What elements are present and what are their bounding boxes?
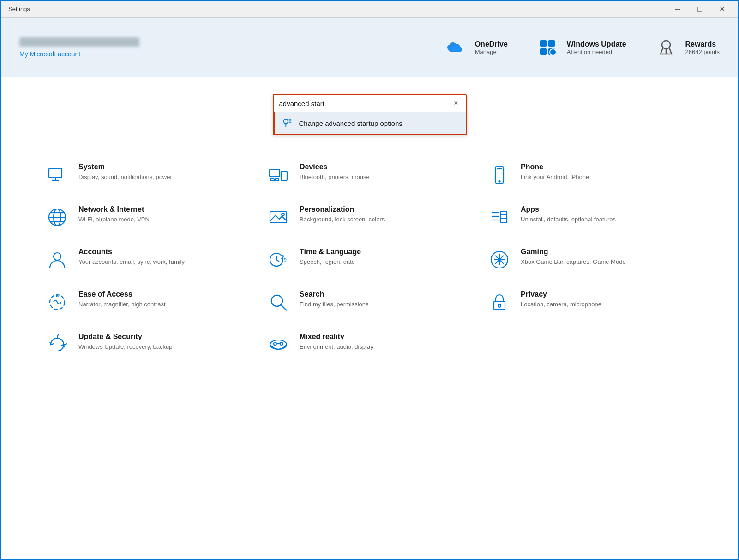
settings-item-time[interactable]: A 文 Time & Language Speech, region, date	[259, 238, 480, 281]
windows-update-widget[interactable]: Windows Update Attention needed	[535, 36, 626, 60]
rewards-points: 26642 points	[685, 48, 720, 55]
svg-rect-29	[500, 215, 507, 219]
onedrive-subtitle: Manage	[475, 48, 508, 55]
rewards-icon	[654, 36, 678, 60]
search-result-text: Change advanced startup options	[299, 119, 403, 127]
windows-update-icon	[535, 36, 559, 60]
search-box-wrapper: × Change advanced startup options	[273, 94, 467, 135]
svg-rect-8	[49, 168, 62, 178]
mixed-title: Mixed reality	[300, 333, 373, 341]
svg-rect-30	[500, 219, 507, 222]
windows-update-title: Windows Update	[567, 40, 626, 48]
system-icon	[45, 163, 69, 187]
ease-text: Ease of Access Narrator, magnifier, high…	[78, 290, 166, 309]
windows-update-text: Windows Update Attention needed	[567, 40, 626, 55]
search-clear-button[interactable]: ×	[452, 99, 460, 108]
settings-item-apps[interactable]: Apps Uninstall, defaults, optional featu…	[480, 196, 701, 238]
accounts-text: Accounts Your accounts, email, sync, wor…	[78, 248, 185, 266]
personalization-title: Personalization	[300, 205, 385, 214]
devices-icon	[266, 163, 290, 187]
search-input[interactable]	[279, 100, 452, 107]
settings-item-search[interactable]: Search Find my files, permissions	[259, 281, 480, 323]
minimize-button[interactable]: ─	[667, 2, 688, 16]
gaming-icon	[487, 248, 511, 272]
rewards-widget[interactable]: Rewards 26642 points	[654, 36, 720, 60]
search-area: × Change advanced startup options	[1, 77, 738, 140]
apps-title: Apps	[521, 205, 616, 214]
titlebar: Settings ─ □ ✕	[1, 1, 738, 18]
svg-rect-11	[270, 169, 280, 177]
privacy-desc: Location, camera, microphone	[521, 300, 601, 309]
time-icon: A 文	[266, 248, 290, 272]
mixed-icon	[266, 333, 290, 357]
svg-point-45	[271, 295, 282, 306]
svg-rect-0	[540, 40, 547, 47]
settings-item-ease[interactable]: Ease of Access Narrator, magnifier, high…	[38, 281, 259, 323]
svg-rect-1	[548, 40, 555, 47]
rewards-text: Rewards 26642 points	[685, 40, 720, 55]
network-desc: Wi-Fi, airplane mode, VPN	[78, 215, 150, 224]
maximize-button[interactable]: □	[689, 2, 710, 16]
settings-item-gaming[interactable]: Gaming Xbox Game Bar, captures, Game Mod…	[480, 238, 701, 281]
svg-point-50	[274, 342, 276, 345]
phone-desc: Link your Android, iPhone	[521, 173, 589, 181]
rewards-title: Rewards	[685, 40, 720, 48]
settings-item-update[interactable]: Update & Security Windows Update, recove…	[38, 323, 259, 366]
time-text: Time & Language Speech, region, date	[300, 248, 361, 266]
phone-title: Phone	[521, 163, 589, 171]
settings-item-phone[interactable]: Phone Link your Android, iPhone	[480, 154, 701, 196]
settings-item-network[interactable]: Network & Internet Wi-Fi, airplane mode,…	[38, 196, 259, 238]
svg-rect-13	[270, 179, 274, 181]
search-result-icon	[282, 118, 293, 129]
privacy-title: Privacy	[521, 290, 601, 298]
update-title: Update & Security	[78, 333, 173, 341]
accounts-icon	[45, 248, 69, 272]
svg-rect-2	[540, 48, 547, 55]
privacy-icon	[487, 290, 511, 314]
update-icon	[45, 333, 69, 357]
gaming-desc: Xbox Game Bar, captures, Game Mode	[521, 258, 626, 266]
svg-point-5	[662, 41, 670, 49]
settings-item-privacy[interactable]: Privacy Location, camera, microphone	[480, 281, 701, 323]
settings-item-accounts[interactable]: Accounts Your accounts, email, sync, wor…	[38, 238, 259, 281]
network-text: Network & Internet Wi-Fi, airplane mode,…	[78, 205, 150, 224]
settings-item-devices[interactable]: Devices Bluetooth, printers, mouse	[259, 154, 480, 196]
onedrive-widget[interactable]: OneDrive Manage	[444, 36, 508, 60]
svg-point-4	[550, 49, 556, 55]
settings-item-mixed[interactable]: Mixed reality Environment, audio, displa…	[259, 323, 480, 366]
network-title: Network & Internet	[78, 205, 150, 214]
close-button[interactable]: ✕	[711, 2, 733, 16]
ease-desc: Narrator, magnifier, high contrast	[78, 300, 166, 309]
svg-text:文: 文	[283, 258, 288, 262]
system-title: System	[78, 163, 172, 171]
settings-item-personalization[interactable]: Personalization Background, lock screen,…	[259, 196, 480, 238]
my-microsoft-account-link[interactable]: My Microsoft account	[19, 50, 80, 58]
account-email-blur	[19, 37, 139, 47]
apps-desc: Uninstall, defaults, optional features	[521, 215, 616, 224]
onedrive-icon	[444, 36, 468, 60]
update-text: Update & Security Windows Update, recove…	[78, 333, 173, 351]
search-result-item[interactable]: Change advanced startup options	[274, 112, 466, 134]
time-desc: Speech, region, date	[300, 258, 361, 266]
apps-text: Apps Uninstall, defaults, optional featu…	[521, 205, 616, 224]
personalization-icon	[266, 205, 290, 229]
search-input-row: ×	[274, 95, 466, 112]
settings-item-system[interactable]: System Display, sound, notifications, po…	[38, 154, 259, 196]
phone-text: Phone Link your Android, iPhone	[521, 163, 589, 181]
system-desc: Display, sound, notifications, power	[78, 173, 172, 181]
window-controls: ─ □ ✕	[667, 2, 733, 16]
mixed-text: Mixed reality Environment, audio, displa…	[300, 333, 373, 351]
header-widgets: OneDrive Manage Windows Update Attention…	[444, 36, 720, 60]
ease-icon	[45, 290, 69, 314]
svg-point-49	[270, 340, 287, 349]
header-area: My Microsoft account OneDrive Manage	[1, 18, 738, 77]
devices-text: Devices Bluetooth, printers, mouse	[300, 163, 370, 181]
personalization-text: Personalization Background, lock screen,…	[300, 205, 385, 224]
svg-line-34	[276, 260, 279, 262]
svg-point-7	[283, 119, 288, 124]
update-desc: Windows Update, recovery, backup	[78, 343, 173, 351]
windows-update-subtitle: Attention needed	[567, 48, 626, 55]
network-icon	[45, 205, 69, 229]
gaming-title: Gaming	[521, 248, 626, 256]
svg-rect-28	[500, 211, 507, 215]
